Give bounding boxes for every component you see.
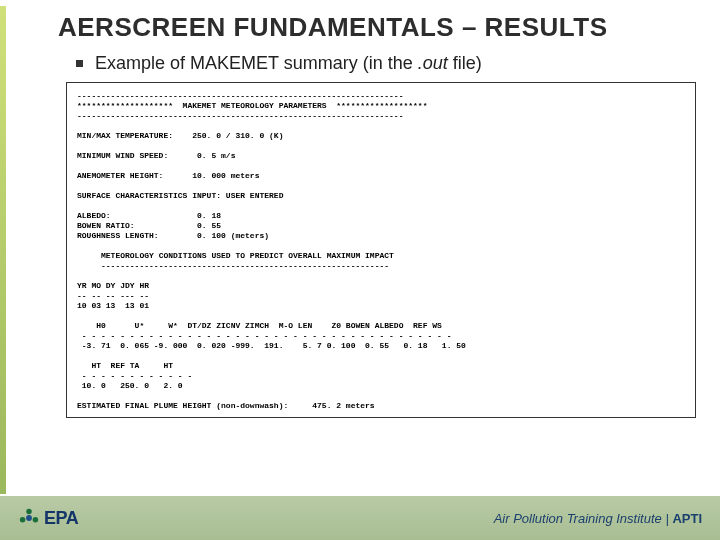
apti-credit: Air Pollution Training Institute | APTI [494,511,702,526]
svg-point-1 [20,517,26,523]
bullet-em: .out [418,53,448,73]
hr1: ----------------------------------------… [77,91,403,100]
dateval: 10 03 13 13 01 [77,301,149,310]
bullet-square-icon [76,60,83,67]
slide-title: AERSCREEN FUNDAMENTALS – RESULTS [58,6,686,43]
datesep: -- -- -- --- -- [77,291,149,300]
metval: -3. 71 0. 065 -9. 000 0. 020 -999. 191. … [77,341,466,350]
htval: 10. 0 250. 0 2. 0 [77,381,183,390]
apti-b: APTI [672,511,702,526]
albedo-label: ALBEDO: [77,211,111,220]
bullet-post: file) [448,53,482,73]
datehdr: YR MO DY JDY HR [77,281,149,290]
minwind-label: MINIMUM WIND SPEED: [77,151,168,160]
svg-point-2 [33,517,38,523]
bullet-text: Example of MAKEMET summary (in the .out … [95,53,482,74]
hr2: ******************** MAKEMET METEOROLOGY… [77,101,427,110]
plume-value: 475. 2 meters [312,401,374,410]
minmax-label: MIN/MAX TEMPERATURE: [77,131,173,140]
apti-pre: Air Pollution Training Institute | [494,511,673,526]
footer: EPA Air Pollution Training Institute | A… [0,496,720,540]
methdr: H0 U* W* DT/DZ ZICNV ZIMCH M-O LEN Z0 BO… [77,321,442,330]
svg-point-3 [26,515,32,521]
hthdr: HT REF TA HT [77,361,173,370]
minmax-value: 250. 0 / 310. 0 (K) [192,131,283,140]
albedo-value: 0. 18 [197,211,221,220]
bullet-pre: Example of MAKEMET summary (in the [95,53,418,73]
makemet-output: ----------------------------------------… [77,91,685,411]
epa-text: EPA [44,508,78,529]
rough-value: 0. 100 (meters) [197,231,269,240]
minwind-value: 0. 5 m/s [197,151,235,160]
epa-logo: EPA [18,507,78,529]
anemo-value: 10. 000 meters [192,171,259,180]
slide-content: AERSCREEN FUNDAMENTALS – RESULTS Example… [0,0,720,496]
anemo-label: ANEMOMETER HEIGHT: [77,171,163,180]
bullet-example: Example of MAKEMET summary (in the .out … [58,53,686,74]
svg-point-0 [26,509,32,514]
metsep: - - - - - - - - - - - - - - - - - - - - … [77,331,451,340]
epa-flower-icon [18,507,40,529]
plume-label: ESTIMATED FINAL PLUME HEIGHT (non-downwa… [77,401,288,410]
metline: ----------------------------------------… [101,261,389,270]
left-accent-bar [0,6,6,494]
bowen-value: 0. 55 [197,221,221,230]
htsep: - - - - - - - - - - - - [77,371,192,380]
makemet-output-box: ----------------------------------------… [66,82,696,418]
rough-label: ROUGHNESS LENGTH: [77,231,159,240]
hr3: ----------------------------------------… [77,111,403,120]
bowen-label: BOWEN RATIO: [77,221,135,230]
surf-hdr: SURFACE CHARACTERISTICS INPUT: USER ENTE… [77,191,283,200]
metcond: METEOROLOGY CONDITIONS USED TO PREDICT O… [101,251,394,260]
